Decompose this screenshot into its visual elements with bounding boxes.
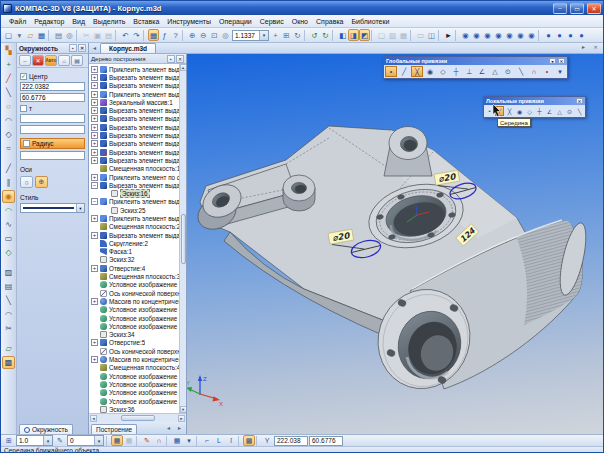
expand-toggle-icon[interactable] xyxy=(91,66,98,73)
point-y-field[interactable] xyxy=(20,125,85,134)
tool-icon[interactable]: ✂ xyxy=(2,322,15,335)
tree-item[interactable]: Эскиз:36 xyxy=(89,405,179,413)
chevron-down-icon[interactable]: ▾ xyxy=(94,436,103,445)
pin-icon[interactable]: ▪ xyxy=(167,55,175,63)
snap-icon[interactable]: ┼ xyxy=(450,66,462,77)
tree-item[interactable]: Массив по концентрической сетке xyxy=(89,297,179,305)
pin-icon[interactable]: ▪ xyxy=(69,44,77,52)
toolbar-icon[interactable] xyxy=(48,30,52,41)
tree-item[interactable]: Эскиз:16 xyxy=(89,189,179,197)
tree-item[interactable]: Условное изображение резьбы xyxy=(89,397,179,405)
expand-toggle-icon[interactable] xyxy=(91,99,98,106)
tree-item[interactable]: Ось конической поверхности xyxy=(89,289,179,297)
toolbar-icon[interactable]: ↷ xyxy=(131,29,142,41)
part-body[interactable] xyxy=(192,126,591,401)
menu-item[interactable]: Вид xyxy=(68,17,89,26)
snap-icon[interactable]: ⊙ xyxy=(565,106,574,116)
toolbar-icon[interactable] xyxy=(538,30,542,41)
line-style-dropdown[interactable]: ▾ xyxy=(20,203,85,213)
toolbar-icon[interactable] xyxy=(410,30,414,41)
expand-toggle-icon[interactable] xyxy=(91,91,98,98)
property-toolbar-icon[interactable]: ⌂ xyxy=(58,55,70,66)
tree-item[interactable]: Приклеить элемент выдавливания xyxy=(89,65,179,73)
toolbar-icon[interactable]: ◉ xyxy=(460,29,471,41)
bottom-toolbar-icon[interactable]: ✎ xyxy=(54,435,66,446)
cursor-step-combo[interactable]: 1.0 ▾ xyxy=(16,435,53,446)
close-icon[interactable]: ✕ xyxy=(558,58,565,64)
tool-icon[interactable]: ╱ xyxy=(2,72,15,85)
tool-icon[interactable]: ╲ xyxy=(2,294,15,307)
tree-item[interactable]: Фаска:1 xyxy=(89,248,179,256)
snap-icon[interactable]: ∠ xyxy=(476,66,488,77)
close-icon[interactable]: ✕ xyxy=(176,55,184,63)
snap-icon[interactable]: ╲ xyxy=(515,66,527,77)
bottom-toolbar-icon[interactable]: ▾ xyxy=(183,435,195,446)
tree-item[interactable]: Массив по концентрической сетке xyxy=(89,355,179,363)
tool-icon[interactable]: + xyxy=(2,58,15,71)
tab-scroll-left-icon[interactable]: ◄ xyxy=(164,423,173,432)
toolbar-icon[interactable]: ▢ xyxy=(3,29,14,41)
tool-icon[interactable]: ╱ xyxy=(2,162,15,175)
bottom-toolbar-icon[interactable]: ⊞ xyxy=(3,435,15,446)
expand-toggle-icon[interactable] xyxy=(91,149,98,156)
toolbar-icon[interactable]: ▾ xyxy=(14,29,25,41)
tree-horizontal-scrollbar[interactable]: ◄ ► xyxy=(89,413,186,422)
toolbar-icon[interactable] xyxy=(143,30,147,41)
snap-icon[interactable]: ∩ xyxy=(528,66,540,77)
tool-icon[interactable] xyxy=(2,156,15,161)
property-panel-header[interactable]: Окружность ▪ ✕ xyxy=(17,43,88,54)
tree-item[interactable]: Эскиз:25 xyxy=(89,206,179,214)
tree-item[interactable]: Смещенная плоскость:4 xyxy=(89,364,179,372)
tree-item[interactable]: Зеркальный массив:1 xyxy=(89,98,179,106)
toolbar-icon[interactable]: ▤ xyxy=(103,29,114,41)
snap-icon[interactable]: ∠ xyxy=(545,106,554,116)
tool-icon[interactable]: ∥ xyxy=(2,176,15,189)
expand-toggle-icon[interactable] xyxy=(91,182,98,189)
tree-item[interactable]: Условное изображение резьбы xyxy=(89,306,179,314)
expand-toggle-icon[interactable] xyxy=(91,265,98,272)
tree-item[interactable]: Эскиз:34 xyxy=(89,331,179,339)
menu-item[interactable]: Справка xyxy=(312,17,347,26)
toolbar-icon[interactable]: ƒ xyxy=(159,29,170,41)
menu-item[interactable]: Вставка xyxy=(129,17,163,26)
tree-item[interactable]: Приклеить элемент выдавливания xyxy=(89,198,179,206)
toolbar-icon[interactable]: ▦ xyxy=(36,29,47,41)
toolbar-icon[interactable]: ? xyxy=(170,29,181,41)
chevron-down-icon[interactable]: ▾ xyxy=(43,436,52,445)
toolbar-icon[interactable]: ⊖ xyxy=(198,29,209,41)
close-button[interactable]: ✕ xyxy=(587,3,601,14)
snap-icon[interactable]: ⊙ xyxy=(502,66,514,77)
close-icon[interactable]: ✕ xyxy=(78,44,86,52)
tool-icon[interactable]: ▩ xyxy=(2,356,15,369)
scroll-right-icon[interactable]: ► xyxy=(178,415,185,422)
snap-icon[interactable]: • xyxy=(385,66,397,77)
scrollbar-thumb[interactable] xyxy=(181,214,186,264)
bottom-toolbar-icon[interactable] xyxy=(166,436,170,446)
toolbar-icon[interactable] xyxy=(332,30,336,41)
tree-item[interactable]: Вырезать элемент выдавливания xyxy=(89,82,179,90)
expand-toggle-icon[interactable] xyxy=(91,174,98,181)
toolbar-icon[interactable]: ▱ xyxy=(25,29,36,41)
coordinate-x-field[interactable]: 222.038 xyxy=(274,436,308,446)
toolbar-icon[interactable]: ↺ xyxy=(309,29,320,41)
toolbar-icon[interactable]: ▤ xyxy=(53,29,64,41)
tree-item[interactable]: Условное изображение резьбы xyxy=(89,389,179,397)
snap-icon[interactable]: ◇ xyxy=(525,106,534,116)
tab-scroll-right-icon[interactable]: ► xyxy=(175,423,184,432)
expand-toggle-icon[interactable] xyxy=(91,115,98,122)
snap-icon[interactable]: △ xyxy=(555,106,564,116)
tree-item[interactable]: Эскиз:32 xyxy=(89,256,179,264)
toolbar-icon[interactable]: ▢ xyxy=(376,29,387,41)
expand-toggle-icon[interactable] xyxy=(91,198,98,205)
tree-item[interactable]: Вырезать элемент выдавливания xyxy=(89,115,179,123)
tree-item[interactable]: Смещенная плоскость:2 xyxy=(89,223,179,231)
layer-combo[interactable]: 0 ▾ xyxy=(67,435,104,446)
tab-close-icon[interactable]: ✕ xyxy=(591,42,600,51)
bottom-toolbar-icon[interactable] xyxy=(136,436,140,446)
expand-toggle-icon[interactable] xyxy=(91,339,98,346)
toolbar-icon[interactable]: ◉ xyxy=(526,29,537,41)
tab-scroll-right-icon[interactable]: ► xyxy=(579,42,588,51)
tree-header[interactable]: Дерево построения ▪ ✕ xyxy=(89,54,186,64)
scroll-down-icon[interactable]: ▼ xyxy=(180,406,187,413)
tree-item[interactable]: Вырезать элемент выдавливания xyxy=(89,73,179,81)
